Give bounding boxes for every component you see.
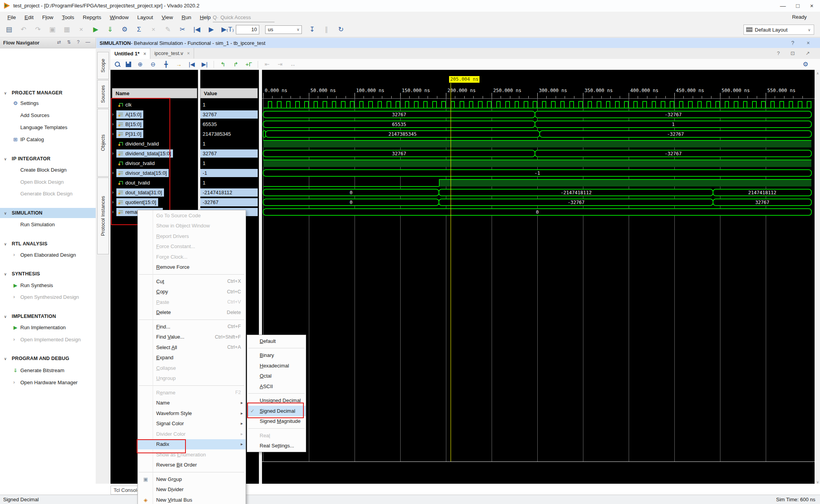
flow-item-create-block-design[interactable]: Create Block Design [0, 165, 96, 175]
menu-reports[interactable]: Reports [78, 14, 105, 20]
menu-tools[interactable]: Tools [58, 14, 79, 20]
step-icon[interactable]: ↧ [308, 26, 316, 34]
tab-tcl-console[interactable]: Tcl Console [111, 486, 141, 495]
delete-icon[interactable]: × [77, 26, 86, 34]
tab-bar-corner-icons[interactable]: ? ⊡ ↗ [777, 50, 815, 56]
maximize-button[interactable]: □ [791, 2, 804, 10]
menu-item-real-settings[interactable]: Real Settings... [247, 441, 306, 451]
open-recent-icon[interactable]: ▤ [5, 26, 13, 34]
simulation-header-buttons[interactable]: ? × [791, 40, 815, 46]
signal-value-row[interactable]: 1 [200, 178, 259, 188]
menu-item-report-drivers[interactable]: Report Drivers [138, 231, 246, 241]
flow-section-project-manager[interactable]: ∨PROJECT MANAGER [0, 88, 96, 98]
restart-icon[interactable]: |◀ [193, 26, 201, 34]
expand-arrow-icon[interactable]: › [112, 209, 114, 215]
menu-item-name[interactable]: Name▸ [138, 398, 246, 408]
flow-item-run-synthesis[interactable]: ▶Run Synthesis [0, 280, 96, 290]
menu-item-binary[interactable]: Binary [247, 350, 306, 361]
close-icon[interactable]: × [187, 51, 190, 56]
wave-settings-gear-icon[interactable]: ⚙ [803, 60, 808, 68]
close-button[interactable]: × [805, 2, 818, 10]
flow-item-open-hardware-manager[interactable]: ›Open Hardware Manager [0, 377, 96, 387]
copy-icon[interactable]: ▣ [48, 26, 57, 34]
signal-name-row[interactable]: ›divisor_tdata[15:0] [111, 168, 198, 178]
wave-row-a-15-0[interactable]: 32767-32767 [262, 110, 815, 119]
menu-item-signal-color[interactable]: Signal Color▸ [138, 419, 246, 429]
menu-item-new-divider[interactable]: New Divider [138, 484, 246, 495]
menu-item-paste[interactable]: PasteCtrl+V [138, 297, 246, 307]
quick-access-input[interactable]: Q· Quick Access [213, 13, 275, 22]
menu-layout[interactable]: Layout [133, 14, 157, 20]
expand-arrow-icon[interactable]: › [112, 112, 114, 117]
wave-row-divisor-tvalid[interactable] [262, 158, 815, 168]
expand-arrow-icon[interactable]: › [112, 131, 114, 137]
signal-value-row[interactable]: 1 [200, 158, 259, 168]
menu-item-reverse-bit-order[interactable]: Reverse Bit Order [138, 460, 246, 470]
menu-item-divider-color[interactable]: Divider Color▸ [138, 429, 246, 439]
relaunch-icon[interactable]: ↻ [337, 26, 345, 34]
run-for-time-icon[interactable]: ▶₍T₎ [221, 26, 230, 34]
expand-arrow-icon[interactable]: › [112, 121, 114, 127]
zoom-out-icon[interactable]: ⊖ [149, 61, 157, 68]
signal-value-row[interactable]: 32767 [200, 149, 259, 158]
menu-file[interactable]: File [3, 14, 20, 20]
flow-section-simulation[interactable]: ∨SIMULATION [0, 208, 96, 218]
menu-item-radix[interactable]: Radix▸ [138, 439, 246, 450]
side-tab-scope[interactable]: Scope [97, 52, 109, 79]
menu-item-waveform-style[interactable]: Waveform Style▸ [138, 408, 246, 419]
flow-item-open-block-design[interactable]: Open Block Design [0, 177, 96, 187]
simulation-time-input[interactable]: 10 [236, 25, 259, 34]
side-tab-protocol-instances[interactable]: Protocol Instances [97, 177, 109, 254]
side-tab-objects[interactable]: Objects [97, 109, 109, 177]
menu-item-ascii[interactable]: ASCII [247, 381, 306, 392]
menu-item-expand[interactable]: Expand [138, 353, 246, 363]
menu-item-collapse[interactable]: Collapse [138, 363, 246, 373]
flow-section-ip-integrator[interactable]: ∨IP INTEGRATOR [0, 154, 96, 164]
signal-name-row[interactable]: clk [111, 100, 198, 110]
time-unit-select[interactable]: us∨ [265, 25, 302, 34]
menu-item-show-in-object-window[interactable]: Show in Object Window [138, 221, 246, 231]
run-all-icon[interactable]: ▶ [207, 26, 216, 34]
signal-name-row[interactable]: divisor_tvalid [111, 158, 198, 168]
menu-item-signed-magnitude[interactable]: Signed Magnitude [247, 416, 306, 427]
menu-view[interactable]: View [157, 14, 177, 20]
menu-item-copy[interactable]: CopyCtrl+C [138, 287, 246, 297]
menu-item-force-clock[interactable]: Force Clock... [138, 252, 246, 262]
edit-icon[interactable]: ✎ [164, 26, 172, 34]
wave-row-p-31-0[interactable]: 2147385345-32767 [262, 129, 815, 139]
signal-value-row[interactable]: 1 [200, 139, 259, 149]
signal-value-row[interactable]: 1 [200, 100, 259, 110]
menu-item-rename[interactable]: RenameF2 [138, 387, 246, 398]
flow-section-rtl-analysis[interactable]: ∨RTL ANALYSIS [0, 239, 96, 249]
menu-item-hexadecimal[interactable]: Hexadecimal [247, 360, 306, 371]
signal-value-row[interactable]: -1 [200, 168, 259, 178]
menu-window[interactable]: Window [105, 14, 133, 20]
menu-item-find[interactable]: Find...Ctrl+F [138, 321, 246, 332]
menu-item-cut[interactable]: CutCtrl+X [138, 276, 246, 287]
menu-item-find-value[interactable]: Find Value...Ctrl+Shift+F [138, 332, 246, 343]
run-icon[interactable]: ▶ [91, 26, 100, 34]
signal-name-row[interactable]: ›quotient[15:0] [111, 197, 198, 207]
next-marker-icon[interactable]: ⇥ [276, 61, 284, 68]
flow-section-implementation[interactable]: ∨IMPLEMENTATION [0, 311, 96, 321]
flow-item-ip-catalog[interactable]: ⊞IP Catalog [0, 134, 96, 144]
zoom-fit-icon[interactable]: ╋ [162, 61, 170, 68]
wave-row-divisor-tdata-15-0[interactable]: -1 [262, 168, 815, 178]
wave-row-quotient-15-0[interactable]: 0-3276732767 [262, 197, 815, 207]
wave-row-b-15-0[interactable]: 655351 [262, 119, 815, 129]
expand-arrow-icon[interactable]: › [112, 199, 114, 205]
flow-item-open-implemented-design[interactable]: ›Open Implemented Design [0, 334, 96, 344]
previous-transition-icon[interactable]: |◀ [188, 61, 196, 68]
menu-item-new-group[interactable]: ▣New Group [138, 474, 246, 484]
redo-icon[interactable]: ↷ [34, 26, 42, 34]
minimize-button[interactable]: — [776, 2, 790, 10]
menu-item-default[interactable]: Default [247, 336, 306, 346]
report-icon[interactable]: Σ [135, 26, 143, 34]
flow-item-language-templates[interactable]: Language Templates [0, 122, 96, 132]
menu-item-new-virtual-bus[interactable]: ◈New Virtual Bus [138, 495, 246, 504]
tab-ipcore-test-v[interactable]: ipcore_test.v× [150, 48, 194, 59]
menu-run[interactable]: Run [177, 14, 196, 20]
wave-row-clk[interactable] [262, 100, 815, 110]
wave-row-dividend-tdata-15-0[interactable]: 32767-32767 [262, 149, 815, 158]
next-edge-icon[interactable]: ↱ [232, 61, 240, 68]
